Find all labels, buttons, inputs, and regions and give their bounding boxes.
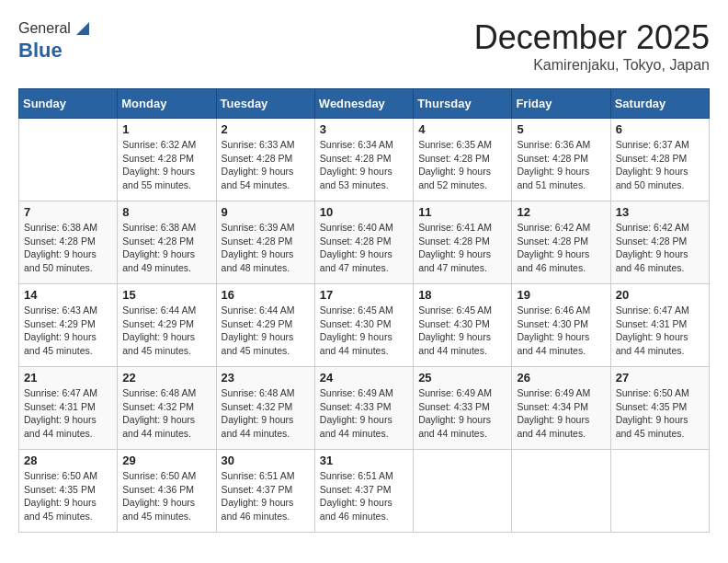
calendar-week-row: 14Sunrise: 6:43 AMSunset: 4:29 PMDayligh… xyxy=(19,284,710,367)
day-info: Sunrise: 6:49 AMSunset: 4:33 PMDaylight:… xyxy=(418,386,506,441)
calendar-day-cell: 27Sunrise: 6:50 AMSunset: 4:35 PMDayligh… xyxy=(610,367,709,450)
calendar-day-cell: 15Sunrise: 6:44 AMSunset: 4:29 PMDayligh… xyxy=(118,284,216,367)
month-title: December 2025 xyxy=(474,18,710,57)
day-number: 24 xyxy=(320,371,408,385)
day-info: Sunrise: 6:50 AMSunset: 4:35 PMDaylight:… xyxy=(24,469,112,523)
header-day: Monday xyxy=(118,89,216,119)
day-info: Sunrise: 6:35 AMSunset: 4:28 PMDaylight:… xyxy=(418,138,506,192)
calendar-day-cell: 20Sunrise: 6:47 AMSunset: 4:31 PMDayligh… xyxy=(610,284,709,367)
day-number: 5 xyxy=(517,122,605,136)
day-info: Sunrise: 6:40 AMSunset: 4:28 PMDaylight:… xyxy=(320,221,408,275)
calendar-day-cell: 28Sunrise: 6:50 AMSunset: 4:35 PMDayligh… xyxy=(19,450,118,533)
calendar-day-cell: 31Sunrise: 6:51 AMSunset: 4:37 PMDayligh… xyxy=(314,450,413,533)
calendar-day-cell: 2Sunrise: 6:33 AMSunset: 4:28 PMDaylight… xyxy=(216,119,314,201)
calendar-day-cell xyxy=(19,119,118,201)
day-info: Sunrise: 6:45 AMSunset: 4:30 PMDaylight:… xyxy=(320,304,408,358)
location-title: Kamirenjaku, Tokyo, Japan xyxy=(474,57,710,74)
day-info: Sunrise: 6:50 AMSunset: 4:36 PMDaylight:… xyxy=(122,469,210,523)
header-day: Thursday xyxy=(414,89,512,119)
calendar-day-cell xyxy=(610,450,709,533)
day-number: 30 xyxy=(222,454,310,467)
day-number: 28 xyxy=(24,454,112,467)
calendar-day-cell: 18Sunrise: 6:45 AMSunset: 4:30 PMDayligh… xyxy=(414,284,512,367)
calendar-day-cell: 19Sunrise: 6:46 AMSunset: 4:30 PMDayligh… xyxy=(512,284,610,367)
day-number: 26 xyxy=(517,371,605,385)
day-number: 31 xyxy=(320,454,408,467)
calendar-day-cell: 5Sunrise: 6:36 AMSunset: 4:28 PMDaylight… xyxy=(512,119,610,201)
day-info: Sunrise: 6:33 AMSunset: 4:28 PMDaylight:… xyxy=(222,138,310,192)
day-info: Sunrise: 6:50 AMSunset: 4:35 PMDaylight:… xyxy=(616,386,704,441)
day-number: 11 xyxy=(418,205,506,219)
day-info: Sunrise: 6:41 AMSunset: 4:28 PMDaylight:… xyxy=(418,221,506,275)
day-info: Sunrise: 6:44 AMSunset: 4:29 PMDaylight:… xyxy=(122,304,210,358)
day-info: Sunrise: 6:44 AMSunset: 4:29 PMDaylight:… xyxy=(222,304,310,358)
calendar-week-row: 7Sunrise: 6:38 AMSunset: 4:28 PMDaylight… xyxy=(19,201,710,284)
day-number: 19 xyxy=(517,288,605,302)
header-day: Sunday xyxy=(19,89,118,119)
page-header: General Blue December 2025 Kamirenjaku, … xyxy=(18,18,710,74)
day-info: Sunrise: 6:51 AMSunset: 4:37 PMDaylight:… xyxy=(320,469,408,523)
day-number: 22 xyxy=(122,371,210,385)
calendar-day-cell: 22Sunrise: 6:48 AMSunset: 4:32 PMDayligh… xyxy=(118,367,216,450)
calendar-day-cell: 25Sunrise: 6:49 AMSunset: 4:33 PMDayligh… xyxy=(414,367,512,450)
header-day: Saturday xyxy=(610,89,709,119)
calendar-day-cell: 24Sunrise: 6:49 AMSunset: 4:33 PMDayligh… xyxy=(314,367,413,450)
day-number: 3 xyxy=(320,122,408,136)
calendar-day-cell: 14Sunrise: 6:43 AMSunset: 4:29 PMDayligh… xyxy=(19,284,118,367)
day-info: Sunrise: 6:47 AMSunset: 4:31 PMDaylight:… xyxy=(24,386,112,441)
day-info: Sunrise: 6:32 AMSunset: 4:28 PMDaylight:… xyxy=(122,138,210,192)
day-info: Sunrise: 6:49 AMSunset: 4:34 PMDaylight:… xyxy=(517,386,605,441)
title-block: December 2025 Kamirenjaku, Tokyo, Japan xyxy=(474,18,710,74)
day-info: Sunrise: 6:47 AMSunset: 4:31 PMDaylight:… xyxy=(616,304,704,358)
day-number: 25 xyxy=(418,371,506,385)
calendar-day-cell: 9Sunrise: 6:39 AMSunset: 4:28 PMDaylight… xyxy=(216,201,314,284)
calendar-day-cell: 16Sunrise: 6:44 AMSunset: 4:29 PMDayligh… xyxy=(216,284,314,367)
header-day: Wednesday xyxy=(314,89,413,119)
day-number: 13 xyxy=(616,205,704,219)
calendar-day-cell: 7Sunrise: 6:38 AMSunset: 4:28 PMDaylight… xyxy=(19,201,118,284)
calendar-day-cell: 1Sunrise: 6:32 AMSunset: 4:28 PMDaylight… xyxy=(118,119,216,201)
day-number: 29 xyxy=(122,454,210,467)
day-info: Sunrise: 6:42 AMSunset: 4:28 PMDaylight:… xyxy=(517,221,605,275)
day-number: 14 xyxy=(24,288,112,302)
calendar-day-cell: 11Sunrise: 6:41 AMSunset: 4:28 PMDayligh… xyxy=(414,201,512,284)
calendar-week-row: 21Sunrise: 6:47 AMSunset: 4:31 PMDayligh… xyxy=(19,367,710,450)
day-info: Sunrise: 6:51 AMSunset: 4:37 PMDaylight:… xyxy=(222,469,310,523)
calendar-day-cell: 23Sunrise: 6:48 AMSunset: 4:32 PMDayligh… xyxy=(216,367,314,450)
calendar-day-cell xyxy=(414,450,512,533)
header-row: SundayMondayTuesdayWednesdayThursdayFrid… xyxy=(19,89,710,119)
day-info: Sunrise: 6:42 AMSunset: 4:28 PMDaylight:… xyxy=(616,221,704,275)
calendar-day-cell: 21Sunrise: 6:47 AMSunset: 4:31 PMDayligh… xyxy=(19,367,118,450)
day-number: 18 xyxy=(418,288,506,302)
day-number: 1 xyxy=(122,122,210,136)
calendar-day-cell: 13Sunrise: 6:42 AMSunset: 4:28 PMDayligh… xyxy=(610,201,709,284)
day-info: Sunrise: 6:34 AMSunset: 4:28 PMDaylight:… xyxy=(320,138,408,192)
calendar-day-cell: 29Sunrise: 6:50 AMSunset: 4:36 PMDayligh… xyxy=(118,450,216,533)
day-number: 8 xyxy=(122,205,210,219)
day-number: 4 xyxy=(418,122,506,136)
day-info: Sunrise: 6:37 AMSunset: 4:28 PMDaylight:… xyxy=(616,138,704,192)
calendar-day-cell: 6Sunrise: 6:37 AMSunset: 4:28 PMDaylight… xyxy=(610,119,709,201)
calendar-day-cell xyxy=(512,450,610,533)
calendar-day-cell: 30Sunrise: 6:51 AMSunset: 4:37 PMDayligh… xyxy=(216,450,314,533)
day-info: Sunrise: 6:48 AMSunset: 4:32 PMDaylight:… xyxy=(222,386,310,441)
calendar-week-row: 28Sunrise: 6:50 AMSunset: 4:35 PMDayligh… xyxy=(19,450,710,533)
day-info: Sunrise: 6:38 AMSunset: 4:28 PMDaylight:… xyxy=(24,221,112,275)
calendar-day-cell: 17Sunrise: 6:45 AMSunset: 4:30 PMDayligh… xyxy=(314,284,413,367)
calendar-day-cell: 3Sunrise: 6:34 AMSunset: 4:28 PMDaylight… xyxy=(314,119,413,201)
calendar-day-cell: 4Sunrise: 6:35 AMSunset: 4:28 PMDaylight… xyxy=(414,119,512,201)
day-info: Sunrise: 6:49 AMSunset: 4:33 PMDaylight:… xyxy=(320,386,408,441)
day-number: 15 xyxy=(122,288,210,302)
calendar-day-cell: 12Sunrise: 6:42 AMSunset: 4:28 PMDayligh… xyxy=(512,201,610,284)
header-day: Friday xyxy=(512,89,610,119)
day-number: 10 xyxy=(320,205,408,219)
calendar-table: SundayMondayTuesdayWednesdayThursdayFrid… xyxy=(18,88,710,533)
day-number: 7 xyxy=(24,205,112,219)
calendar-day-cell: 10Sunrise: 6:40 AMSunset: 4:28 PMDayligh… xyxy=(314,201,413,284)
day-number: 12 xyxy=(517,205,605,219)
day-info: Sunrise: 6:46 AMSunset: 4:30 PMDaylight:… xyxy=(517,304,605,358)
day-info: Sunrise: 6:36 AMSunset: 4:28 PMDaylight:… xyxy=(517,138,605,192)
logo-icon xyxy=(73,18,93,39)
day-info: Sunrise: 6:39 AMSunset: 4:28 PMDaylight:… xyxy=(222,221,310,275)
calendar-day-cell: 8Sunrise: 6:38 AMSunset: 4:28 PMDaylight… xyxy=(118,201,216,284)
